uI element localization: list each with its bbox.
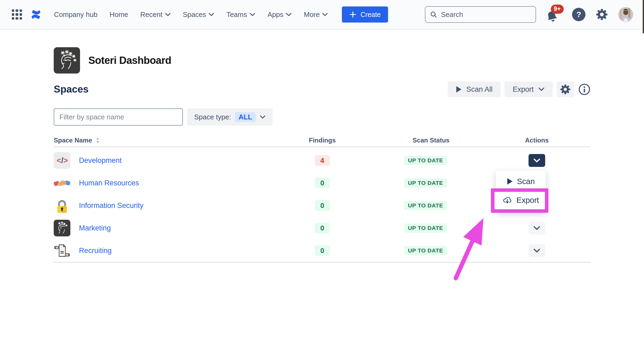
app-header: Soteri Dashboard	[54, 47, 171, 74]
chevron-down-icon	[538, 87, 545, 91]
space-name-cell: Marketing	[54, 220, 295, 236]
chevron-down-icon	[165, 13, 171, 16]
status-cell: UP TO DATE	[404, 156, 458, 165]
export-dropdown-button[interactable]: Export	[505, 82, 553, 97]
nav-item-home[interactable]: Home	[110, 10, 128, 19]
space-link-human-resources[interactable]: Human Resources	[79, 179, 139, 187]
spaces-section-header: Spaces Scan All Export	[54, 82, 591, 97]
findings-count-badge: 4	[315, 155, 330, 166]
status-cell: UP TO DATE	[404, 224, 458, 233]
nav-item-label: Apps	[267, 10, 283, 19]
space-link-information-security[interactable]: Information Security	[79, 202, 143, 210]
findings-cell: 0	[295, 223, 349, 233]
nav-item-spaces[interactable]: Spaces	[183, 10, 215, 19]
findings-cell: 4	[295, 155, 349, 166]
chevron-down-icon	[208, 13, 214, 16]
row-actions-menu-button[interactable]	[529, 244, 545, 257]
row-actions-dropdown-menu: Scan Export	[495, 170, 546, 211]
menu-item-label: Scan	[517, 177, 535, 186]
scan-all-button[interactable]: Scan All	[448, 82, 501, 97]
nav-item-label: Home	[110, 10, 128, 19]
table-filters: Space type: ALL	[54, 108, 273, 126]
code-icon: </>	[54, 152, 70, 169]
chevron-down-icon	[249, 13, 255, 16]
nav-right-group: 9+ ?	[425, 5, 633, 24]
findings-count-badge: 0	[315, 200, 330, 211]
search-input[interactable]	[441, 10, 531, 19]
row-actions-menu-button-open[interactable]	[529, 154, 545, 167]
column-label: Space Name	[54, 137, 92, 144]
nav-item-label: More	[304, 10, 320, 19]
info-button[interactable]	[578, 83, 591, 96]
actions-cell	[510, 154, 564, 167]
screen-edge-artifact	[643, 0, 644, 33]
actions-cell	[510, 222, 564, 235]
space-name-cell: </> Development	[54, 152, 295, 169]
space-link-development[interactable]: Development	[79, 156, 122, 165]
nav-item-recent[interactable]: Recent	[140, 10, 171, 19]
nav-item-company-hub[interactable]: Company hub	[54, 10, 97, 19]
table-row: Recruiting 0 UP TO DATE	[54, 239, 591, 262]
space-type-dropdown[interactable]: Space type: ALL	[187, 108, 273, 126]
status-cell: UP TO DATE	[404, 178, 458, 188]
muse-face-icon	[54, 220, 70, 236]
nav-links: Company hub Home Recent Spaces Teams App…	[54, 10, 328, 19]
dashboard-settings-button[interactable]	[557, 82, 574, 97]
notification-count-badge: 9+	[551, 5, 564, 14]
nav-item-apps[interactable]: Apps	[267, 10, 292, 19]
nav-item-more[interactable]: More	[304, 10, 328, 19]
page-title: Soteri Dashboard	[88, 55, 171, 66]
menu-item-export[interactable]: Export	[496, 191, 546, 210]
info-icon	[578, 83, 591, 96]
findings-cell: 0	[295, 245, 349, 256]
top-navigation: Company hub Home Recent Spaces Teams App…	[0, 0, 644, 30]
findings-cell: 0	[295, 200, 349, 211]
plus-icon	[349, 11, 357, 18]
menu-item-scan[interactable]: Scan	[496, 172, 546, 191]
nav-item-label: Recent	[140, 10, 162, 19]
space-type-value: ALL	[235, 112, 256, 122]
findings-cell: 0	[295, 178, 349, 188]
findings-count-badge: 0	[315, 178, 330, 188]
scan-status-badge: UP TO DATE	[404, 224, 447, 233]
table-row: Marketing 0 UP TO DATE	[54, 217, 591, 239]
actions-cell	[510, 244, 564, 257]
export-label: Export	[513, 85, 534, 94]
findings-count-badge: 0	[315, 223, 330, 233]
section-heading: Spaces	[54, 84, 89, 95]
row-actions-menu-button[interactable]	[529, 222, 545, 235]
scan-status-badge: UP TO DATE	[404, 178, 447, 188]
column-header-actions: Actions	[510, 137, 564, 144]
column-header-scan-status: Scan Status	[404, 137, 458, 144]
create-button-label: Create	[360, 11, 381, 19]
chevron-down-icon	[533, 159, 540, 163]
nav-item-label: Teams	[226, 10, 247, 19]
app-switcher-grid-icon[interactable]	[12, 9, 22, 20]
user-avatar[interactable]	[618, 7, 633, 22]
help-button[interactable]: ?	[572, 8, 585, 21]
global-search	[425, 6, 536, 23]
nav-item-label: Spaces	[183, 10, 206, 19]
nav-item-teams[interactable]: Teams	[226, 10, 255, 19]
avatar-photo	[618, 7, 633, 22]
scan-status-badge: UP TO DATE	[404, 201, 447, 210]
cloud-download-icon	[502, 196, 512, 205]
chevron-down-icon	[533, 249, 540, 253]
nav-item-label: Company hub	[54, 10, 97, 19]
page: { "nav": { "items": [ {"label": "Company…	[0, 0, 644, 359]
column-header-space-name[interactable]: Space Name	[54, 137, 295, 144]
space-link-marketing[interactable]: Marketing	[79, 224, 111, 232]
play-icon	[456, 86, 462, 93]
status-cell: UP TO DATE	[404, 201, 458, 210]
table-row: </> Development 4 UP TO DATE	[54, 149, 591, 172]
confluence-logo-icon[interactable]	[30, 9, 42, 20]
notifications-button[interactable]: 9+	[546, 5, 562, 24]
soteri-logo-icon	[54, 47, 80, 74]
settings-gear-icon[interactable]	[595, 8, 608, 21]
space-link-recruiting[interactable]: Recruiting	[79, 247, 112, 255]
create-button[interactable]: Create	[342, 6, 388, 23]
space-name-filter-input[interactable]	[54, 108, 183, 126]
scan-status-badge: UP TO DATE	[404, 156, 447, 165]
space-name-cell: Information Security	[54, 197, 295, 214]
gear-icon	[560, 84, 571, 95]
